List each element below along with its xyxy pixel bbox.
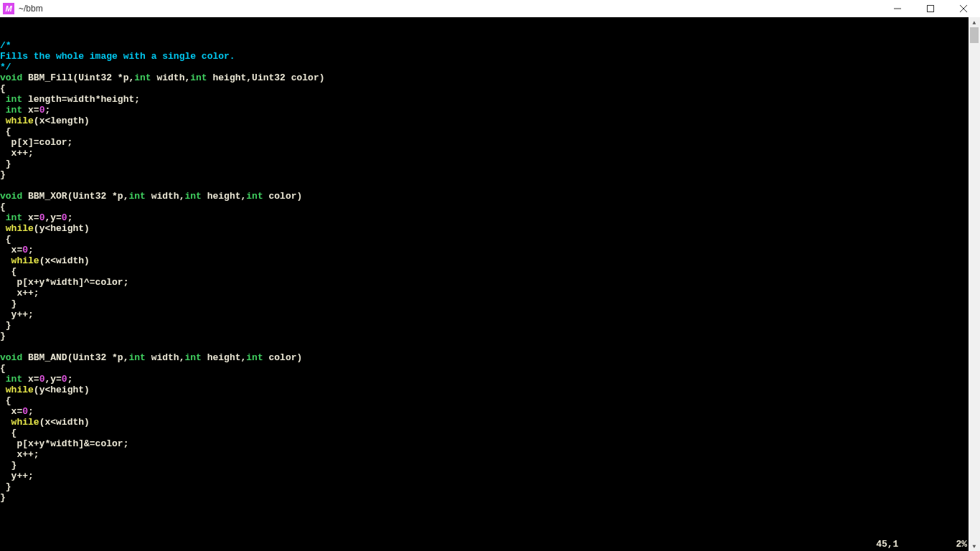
code-token: height,Uint32 color)	[207, 72, 325, 83]
code-token: x=	[22, 212, 39, 223]
code-token: int	[134, 72, 151, 83]
code-token: int	[246, 352, 263, 363]
code-token: (x<width)	[39, 417, 90, 428]
code-line: while(x<width)	[0, 417, 980, 428]
code-token: }	[0, 331, 6, 342]
minimize-icon	[894, 5, 901, 12]
status-bar: 45,1 2%	[0, 539, 980, 550]
code-token: ;	[44, 105, 50, 116]
titlebar-left: M ~/bbm	[0, 3, 43, 14]
code-token: ;	[28, 245, 34, 255]
code-line: int x=0;	[0, 105, 980, 116]
code-token: x=	[22, 105, 39, 116]
minimize-button[interactable]	[881, 0, 914, 17]
code-token: width,	[146, 352, 185, 363]
titlebar: M ~/bbm	[0, 0, 980, 17]
code-line: y++;	[0, 471, 980, 481]
code-line: while(y<height)	[0, 385, 980, 395]
code-token: 0	[62, 212, 67, 223]
code-line: int x=0,y=0;	[0, 374, 980, 385]
code-line: while(y<height)	[0, 223, 980, 234]
scrollbar[interactable]: ▲ ▼	[969, 17, 980, 551]
code-token: width,	[151, 72, 191, 83]
code-line: void BBM_Fill(Uint32 *p,int width,int he…	[0, 72, 980, 83]
maximize-button[interactable]	[914, 0, 947, 17]
code-token: x=	[22, 374, 39, 385]
code-token	[0, 94, 6, 105]
code-token: x++;	[0, 288, 39, 298]
top-gap	[0, 17, 980, 40]
code-token: int	[128, 352, 145, 363]
code-line: {	[0, 83, 980, 94]
code-token	[0, 417, 11, 428]
code-line: {	[0, 266, 980, 277]
code-line: {	[0, 428, 980, 438]
code-token: ,y=	[44, 374, 61, 385]
window-controls	[881, 0, 980, 17]
scrollbar-thumb[interactable]	[970, 27, 979, 43]
code-token: {	[0, 202, 6, 212]
code-token: int	[6, 212, 22, 223]
code-token: int	[184, 191, 201, 202]
code-token: ;	[67, 212, 73, 223]
code-line: */	[0, 62, 980, 72]
code-token: width,	[146, 191, 185, 202]
code-token	[0, 255, 11, 266]
code-line: {	[0, 395, 980, 406]
close-icon	[960, 5, 967, 12]
code-token: x++;	[0, 449, 39, 460]
code-token: color)	[263, 191, 303, 202]
code-token: (y<height)	[34, 385, 90, 395]
code-token: y++;	[0, 471, 34, 481]
code-editor[interactable]: /*Fills the whole image with a single co…	[0, 40, 980, 503]
code-token: (y<height)	[34, 223, 90, 234]
window-title: ~/bbm	[19, 4, 43, 14]
code-token: Fills the whole image with a single colo…	[0, 51, 235, 62]
code-token: while	[11, 255, 39, 266]
code-line: void BBM_AND(Uint32 *p,int width,int hei…	[0, 352, 980, 363]
code-token: length=width*height;	[22, 94, 140, 105]
code-token: }	[0, 298, 17, 309]
code-line: }	[0, 331, 980, 342]
code-line: {	[0, 363, 980, 374]
code-token: {	[0, 83, 6, 94]
code-line: void BBM_XOR(Uint32 *p,int width,int hei…	[0, 191, 980, 202]
code-token	[0, 374, 6, 385]
code-token: int	[246, 191, 263, 202]
code-line: }	[0, 320, 980, 331]
scroll-percent: 2%	[956, 539, 967, 550]
code-token: p[x]=color;	[0, 137, 72, 148]
close-button[interactable]	[947, 0, 980, 17]
code-token: while	[11, 417, 39, 428]
code-token: }	[0, 492, 6, 503]
code-token: }	[0, 169, 6, 180]
code-token: int	[6, 105, 22, 116]
code-token: int	[184, 352, 201, 363]
code-token: y++;	[0, 309, 34, 320]
code-line: }	[0, 492, 980, 503]
code-token: height,	[202, 191, 246, 202]
code-token: int	[128, 191, 145, 202]
code-line: x++;	[0, 288, 980, 298]
code-token: while	[6, 385, 34, 395]
code-token: BBM_AND(Uint32 *p,	[22, 352, 128, 363]
code-token	[0, 180, 6, 191]
code-token: }	[0, 159, 11, 169]
code-token: int	[190, 72, 207, 83]
code-line	[0, 342, 980, 352]
code-token	[0, 212, 6, 223]
svg-rect-1	[928, 6, 934, 12]
code-token: void	[0, 352, 22, 363]
code-line: }	[0, 460, 980, 471]
code-token: color)	[263, 352, 303, 363]
code-token: void	[0, 191, 22, 202]
maximize-icon	[927, 5, 934, 12]
code-line: {	[0, 202, 980, 212]
code-token: p[x+y*width]^=color;	[0, 277, 128, 288]
code-line: int x=0,y=0;	[0, 212, 980, 223]
code-token: BBM_XOR(Uint32 *p,	[22, 191, 128, 202]
code-line: x=0;	[0, 406, 980, 417]
scrollbar-up-arrow[interactable]: ▲	[969, 17, 980, 27]
scrollbar-down-arrow[interactable]: ▼	[969, 541, 980, 551]
code-token	[0, 116, 6, 126]
